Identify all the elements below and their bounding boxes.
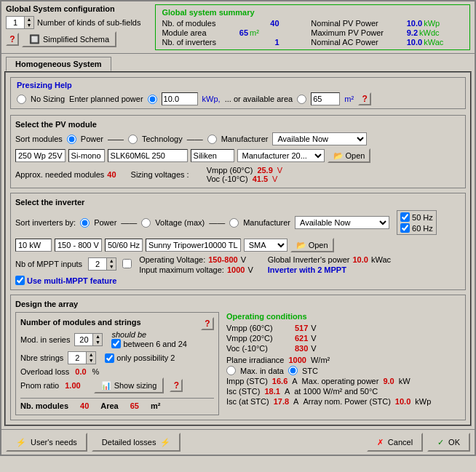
inv-brand-dropdown[interactable]: SMA <box>244 239 287 252</box>
nbre-strings-up[interactable]: ▲ <box>87 352 95 358</box>
freq-60-label: 60 Hz <box>412 224 433 233</box>
spinner-down[interactable]: ▼ <box>25 23 33 28</box>
oc-vmpp60-value: 517 <box>295 324 308 332</box>
no-sizing-radio[interactable] <box>17 95 26 104</box>
plane-irr-unit: W/m² <box>311 356 330 364</box>
sort-inv-power-label: Power <box>94 218 116 227</box>
cancel-button[interactable]: ✗ Cancel <box>367 433 423 452</box>
module-type-display: Si-mono <box>68 149 105 162</box>
overload-loss-value: 0.0 <box>75 367 86 376</box>
nb-mppt-input[interactable] <box>89 258 106 270</box>
global-power-value: 10.0 <box>353 255 368 264</box>
only-possibility-label: only possibility 2 <box>116 353 175 362</box>
area-radio[interactable] <box>297 95 306 104</box>
vmpp-unit: V <box>277 166 282 175</box>
ok-button[interactable]: ✓ OK <box>427 433 470 452</box>
sort-inv-voltage-radio[interactable] <box>141 218 151 228</box>
nbre-strings-spinner[interactable]: ▲ ▼ <box>86 352 95 364</box>
isc-stc-label: Isc (at STC) <box>226 397 269 406</box>
mppt-checkbox[interactable] <box>122 259 132 268</box>
inverter-mppt-info: Inverter with 2 MPPT <box>268 265 346 274</box>
global-config-help-icon[interactable]: ? <box>6 33 19 46</box>
oc-vmpp20-unit: V <box>311 334 316 343</box>
voc-unit: V <box>272 175 277 183</box>
sort-inv-power-radio[interactable] <box>80 218 90 228</box>
sort-power-radio[interactable] <box>67 135 76 144</box>
stc-label: STC <box>302 367 318 375</box>
nbre-strings-label: Nbre strings <box>20 353 63 362</box>
sort-technology-radio[interactable] <box>128 135 138 144</box>
sort-inv-manufacturer-radio[interactable] <box>229 218 239 228</box>
mppt-spinner-up[interactable]: ▲ <box>107 258 116 264</box>
overload-loss-unit: % <box>92 367 100 376</box>
input-max-unit: V <box>247 265 253 274</box>
inv-voltage-display: 150 - 800 V <box>55 239 102 252</box>
area-unit: m² <box>151 401 160 410</box>
stc-radio[interactable] <box>288 366 298 375</box>
available-now-dropdown-inv[interactable]: Available Now <box>295 216 389 229</box>
summary-nb-modules-label: Nb. of modules <box>162 19 236 28</box>
freq-50-checkbox[interactable] <box>400 212 410 222</box>
manufacturer-dropdown-pv[interactable]: Manufacturer 20... <box>237 149 325 162</box>
subfields-input[interactable] <box>7 17 24 28</box>
only-possibility-checkbox[interactable] <box>105 353 114 363</box>
sort-inverters-label: Sort inverters by: <box>15 218 76 227</box>
planned-power-radio[interactable] <box>148 95 157 104</box>
sort-manufacturer-radio[interactable] <box>207 135 217 144</box>
nb-mppt-spinner[interactable]: ▲ ▼ <box>106 258 116 270</box>
op-voltage-label: Operating Voltage: <box>139 255 205 264</box>
detailed-losses-button[interactable]: Detailed losses ⚡ <box>92 433 181 452</box>
planned-power-input[interactable] <box>162 92 198 105</box>
module-model-display: SLK60M6L 250 <box>108 149 188 162</box>
simplified-schema-label: Simplified Schema <box>43 35 109 44</box>
show-sizing-button[interactable]: 📊 Show sizing <box>94 377 164 393</box>
mod-series-input[interactable] <box>75 334 92 345</box>
oc-voc-value: 830 <box>295 344 308 353</box>
show-sizing-help-icon[interactable]: ? <box>170 379 183 392</box>
summary-nominal-ac-unit: kWac <box>424 38 443 47</box>
module-power-display: 250 Wp 25V <box>15 149 66 162</box>
nbre-strings-down[interactable]: ▼ <box>87 358 95 364</box>
user-needs-button[interactable]: ⚡ User's needs <box>6 433 87 452</box>
subfields-label: Number of kinds of sub-fields <box>37 18 140 27</box>
presizing-help-icon[interactable]: ? <box>358 92 371 105</box>
pv-open-button[interactable]: 📂 Open <box>328 148 371 163</box>
ok-label: OK <box>448 438 460 447</box>
area-label: Area <box>100 401 118 410</box>
sort-technology-label: Technology <box>142 135 183 143</box>
isc-unit: A <box>285 387 290 396</box>
array-nom-value: 10.0 <box>395 397 410 406</box>
subfields-spinner[interactable]: ▲ ▼ <box>24 17 33 28</box>
use-multi-mppt-label: Use multi-MPPT feature <box>27 276 116 285</box>
available-now-dropdown-pv[interactable]: Available Now <box>272 132 367 145</box>
mod-series-spinner[interactable]: ▲ ▼ <box>92 334 102 345</box>
mppt-spinner-down[interactable]: ▼ <box>107 264 116 270</box>
inv-open-button[interactable]: 📂 Open <box>290 238 334 252</box>
user-needs-icon: ⚡ <box>16 438 26 447</box>
show-sizing-icon: 📊 <box>101 381 111 391</box>
area-unit: m² <box>344 95 354 103</box>
op-voltage-value: 150-800 <box>208 255 237 264</box>
summary-nominal-pv-value: 10.0 <box>407 19 422 28</box>
freq-60-checkbox[interactable] <box>400 223 410 233</box>
nbre-strings-input[interactable] <box>68 352 86 364</box>
mod-series-down[interactable]: ▼ <box>93 340 102 345</box>
max-in-data-radio[interactable] <box>226 366 236 375</box>
oc-vmpp20-label: Vmpp (20°C) <box>226 334 292 343</box>
op-voltage-unit: V <box>241 255 246 264</box>
planned-power-unit: kWp, <box>202 95 221 103</box>
no-sizing-label: No Sizing <box>31 95 65 103</box>
inv-open-label: Open <box>309 241 328 249</box>
max-in-data-label: Max. in data <box>240 367 284 375</box>
modules-strings-help-icon[interactable]: ? <box>201 317 214 330</box>
simplified-schema-button[interactable]: 🔲 Simplified Schema <box>22 31 116 47</box>
use-multi-mppt-checkbox[interactable] <box>15 276 25 285</box>
tab-homogeneous-system[interactable]: Homogeneous System <box>6 57 111 71</box>
spinner-up[interactable]: ▲ <box>25 17 33 23</box>
area-input[interactable] <box>311 92 340 105</box>
between-range-checkbox[interactable] <box>111 339 121 348</box>
sort-manufacturer-label: Manufacturer <box>221 135 269 143</box>
nb-mppt-label: Nb of MPPT inputs <box>15 260 82 268</box>
mod-series-up[interactable]: ▲ <box>93 334 102 340</box>
overload-loss-label: Overload loss <box>20 367 69 376</box>
